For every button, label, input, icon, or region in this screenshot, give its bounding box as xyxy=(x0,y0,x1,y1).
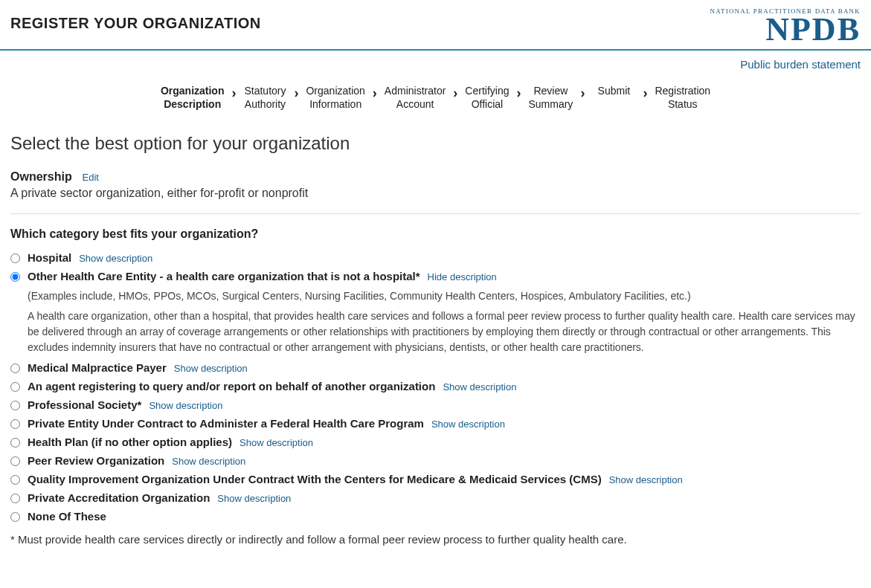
chevron-right-icon: › xyxy=(373,84,377,101)
step-label-line2: Information xyxy=(306,97,364,111)
step-5[interactable]: CertifyingOfficial xyxy=(460,84,513,111)
category-label: Peer Review Organization xyxy=(28,454,164,467)
page-title: REGISTER YOUR ORGANIZATION xyxy=(10,7,261,32)
category-radio[interactable] xyxy=(10,401,20,410)
show-description-link[interactable]: Show description xyxy=(240,437,313,448)
category-label: Private Accreditation Organization xyxy=(28,491,210,504)
category-label: None Of These xyxy=(28,510,106,523)
show-description-link[interactable]: Show description xyxy=(149,400,222,411)
ownership-heading: Ownership xyxy=(10,170,72,183)
category-radio[interactable] xyxy=(10,419,20,429)
npdb-logo: NATIONAL PRACTITIONER DATA BANK NPDB xyxy=(710,7,861,45)
category-radio[interactable] xyxy=(10,456,20,466)
category-option: None Of These xyxy=(10,510,861,523)
category-option: Peer Review OrganizationShow description xyxy=(10,454,861,467)
step-label-line1: Organization xyxy=(306,84,364,97)
step-8[interactable]: RegistrationStatus xyxy=(650,84,715,111)
category-option: Private Accreditation OrganizationShow d… xyxy=(10,491,861,504)
hide-description-link[interactable]: Hide description xyxy=(428,271,497,282)
step-label-line2: Description xyxy=(161,97,225,111)
show-description-link[interactable]: Show description xyxy=(609,474,683,485)
step-1[interactable]: OrganizationDescription xyxy=(156,84,229,111)
logo-text: NPDB xyxy=(710,15,861,45)
category-option: Private Entity Under Contract to Adminis… xyxy=(10,417,861,430)
chevron-right-icon: › xyxy=(643,84,647,101)
step-label-line1: Organization xyxy=(161,84,225,97)
category-label: Private Entity Under Contract to Adminis… xyxy=(28,417,424,430)
category-options: HospitalShow descriptionOther Health Car… xyxy=(10,251,861,523)
step-label-line1: Review xyxy=(528,84,573,97)
ownership-value: A private sector organization, either fo… xyxy=(10,187,861,200)
category-option: Other Health Care Entity - a health care… xyxy=(10,270,861,355)
step-label-line2: Account xyxy=(385,97,446,111)
category-label: Hospital xyxy=(28,251,71,264)
step-6[interactable]: ReviewSummary xyxy=(524,84,577,111)
category-description-text: A health care organization, other than a… xyxy=(28,308,861,355)
category-option: Professional Society*Show description xyxy=(10,398,861,411)
section-title: Select the best option for your organiza… xyxy=(10,133,861,154)
show-description-link[interactable]: Show description xyxy=(172,456,245,467)
category-label: An agent registering to query and/or rep… xyxy=(28,380,435,392)
section-divider xyxy=(10,213,861,214)
category-radio[interactable] xyxy=(10,364,20,373)
category-label: Medical Malpractice Payer xyxy=(28,361,167,374)
category-option: Health Plan (if no other option applies)… xyxy=(10,436,861,448)
category-question: Which category best fits your organizati… xyxy=(10,227,861,241)
footnote: * Must provide health care services dire… xyxy=(10,533,861,546)
category-radio[interactable] xyxy=(10,253,20,263)
category-option: HospitalShow description xyxy=(10,251,861,264)
step-label-line2: Official xyxy=(465,97,509,111)
show-description-link[interactable]: Show description xyxy=(431,419,505,430)
category-description: (Examples include, HMOs, PPOs, MCOs, Sur… xyxy=(28,288,861,355)
chevron-right-icon: › xyxy=(516,84,521,101)
show-description-link[interactable]: Show description xyxy=(217,493,291,504)
category-radio[interactable] xyxy=(10,512,20,522)
step-label-line2: Authority xyxy=(243,97,286,111)
show-description-link[interactable]: Show description xyxy=(443,381,516,392)
edit-ownership-link[interactable]: Edit xyxy=(83,172,99,183)
category-examples: (Examples include, HMOs, PPOs, MCOs, Sur… xyxy=(28,288,861,304)
step-label-line2: Status xyxy=(655,97,710,111)
show-description-link[interactable]: Show description xyxy=(79,253,152,264)
step-3[interactable]: OrganizationInformation xyxy=(301,84,369,111)
category-label: Health Plan (if no other option applies) xyxy=(28,436,232,448)
category-radio[interactable] xyxy=(10,438,20,448)
step-7[interactable]: Submit xyxy=(588,84,640,97)
chevron-right-icon: › xyxy=(453,84,457,101)
category-option: Medical Malpractice PayerShow descriptio… xyxy=(10,361,861,374)
public-burden-link[interactable]: Public burden statement xyxy=(740,58,861,71)
progress-stepper: OrganizationDescription›StatutoryAuthori… xyxy=(0,71,871,133)
step-label-line1: Statutory xyxy=(243,84,286,97)
step-2[interactable]: StatutoryAuthority xyxy=(239,84,291,111)
step-label-line1: Registration xyxy=(655,84,710,97)
category-radio[interactable] xyxy=(10,382,20,392)
chevron-right-icon: › xyxy=(294,84,298,101)
step-label-line1: Administrator xyxy=(385,84,446,97)
chevron-right-icon: › xyxy=(231,84,236,101)
category-label: Professional Society* xyxy=(28,398,141,411)
category-radio[interactable] xyxy=(10,272,20,282)
step-4[interactable]: AdministratorAccount xyxy=(380,84,450,111)
category-label: Quality Improvement Organization Under C… xyxy=(28,473,602,485)
category-radio[interactable] xyxy=(10,494,20,503)
category-label: Other Health Care Entity - a health care… xyxy=(28,270,420,282)
chevron-right-icon: › xyxy=(580,84,585,101)
step-label-line2: Summary xyxy=(528,97,573,111)
step-label-line1: Certifying xyxy=(465,84,509,97)
category-option: An agent registering to query and/or rep… xyxy=(10,380,861,392)
category-option: Quality Improvement Organization Under C… xyxy=(10,473,861,485)
show-description-link[interactable]: Show description xyxy=(174,363,248,374)
category-radio[interactable] xyxy=(10,475,20,485)
step-label-line1: Submit xyxy=(592,84,635,97)
